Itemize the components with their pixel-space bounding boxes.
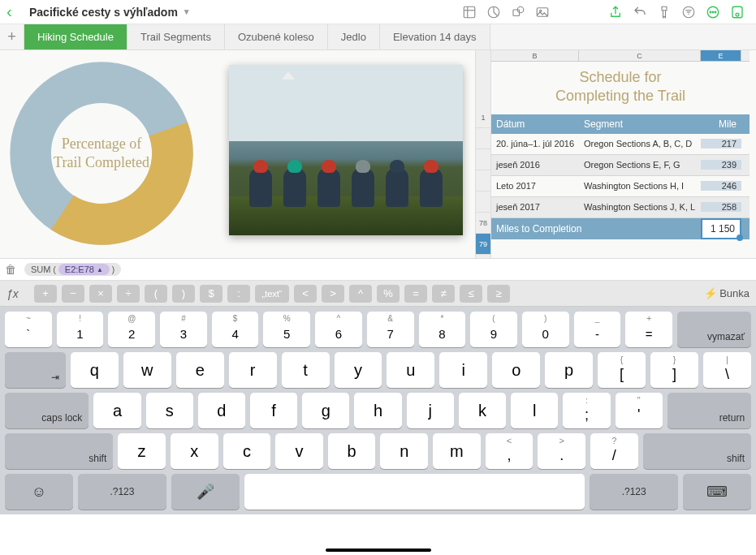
fx-caret[interactable]: ^ xyxy=(349,285,372,303)
cell-date[interactable]: 20. júna–1. júl 2016 xyxy=(491,139,579,148)
key-m[interactable]: m xyxy=(433,433,481,469)
key-comma[interactable]: <, xyxy=(486,433,534,469)
row-num[interactable] xyxy=(476,128,490,149)
table-footer-row[interactable]: Miles to Completion 1 150 xyxy=(491,218,750,239)
key-5[interactable]: %5 xyxy=(263,312,310,347)
add-sheet-button[interactable]: + xyxy=(0,24,24,49)
sheet-tab-jedlo[interactable]: Jedlo xyxy=(328,24,380,49)
key-d[interactable]: d xyxy=(198,393,245,428)
cell-segment[interactable]: Washington Sections H, I xyxy=(579,181,701,191)
key-j[interactable]: j xyxy=(407,393,454,428)
schedule-table[interactable]: B C E Schedule forCompleting the Trail D… xyxy=(491,50,750,239)
sheet-tab-ozubene[interactable]: Ozubené koleso xyxy=(225,24,328,49)
insert-icon[interactable] xyxy=(725,2,750,22)
title-dropdown-icon[interactable]: ▼ xyxy=(183,7,191,16)
fx-lt[interactable]: < xyxy=(294,285,317,303)
cell-segment[interactable]: Oregon Sections E, F, G xyxy=(579,160,701,170)
key-return[interactable]: return xyxy=(667,393,751,428)
format-brush-icon[interactable] xyxy=(652,2,676,22)
fx-eq[interactable]: = xyxy=(404,285,427,303)
key-shift-left[interactable]: shift xyxy=(5,433,113,469)
key-space[interactable] xyxy=(244,474,585,510)
row-num[interactable]: 1 xyxy=(476,107,490,128)
formula-func-pill[interactable]: SUM ( E2:E78 ▲ ) xyxy=(24,263,121,276)
key-b[interactable]: b xyxy=(328,433,376,469)
key-k[interactable]: k xyxy=(459,393,506,428)
undo-icon[interactable] xyxy=(628,2,652,22)
key-=[interactable]: += xyxy=(625,312,672,347)
key--[interactable]: _- xyxy=(574,312,621,347)
row-num[interactable] xyxy=(476,149,490,170)
fx-label[interactable]: ƒx xyxy=(6,287,29,300)
shape-icon[interactable] xyxy=(506,2,530,22)
cell-date[interactable]: jeseň 2017 xyxy=(491,202,579,212)
key-r[interactable]: r xyxy=(229,352,277,388)
key-period[interactable]: >. xyxy=(538,433,585,469)
cell-date[interactable]: Leto 2017 xyxy=(491,181,579,191)
row-num[interactable]: 79 xyxy=(476,234,490,255)
row-num[interactable] xyxy=(476,191,490,213)
key-9[interactable]: (9 xyxy=(470,312,517,347)
cell-mile[interactable]: 217 xyxy=(701,139,741,148)
key-delete[interactable]: vymazať xyxy=(677,312,751,347)
formula-ref-pill[interactable]: E2:E78 ▲ xyxy=(58,264,110,275)
key-f[interactable]: f xyxy=(250,393,297,428)
cell-date[interactable]: jeseň 2016 xyxy=(491,160,579,170)
col-header[interactable]: C xyxy=(579,50,701,61)
filter-icon[interactable] xyxy=(676,2,701,22)
formula-bar[interactable]: 🗑 SUM ( E2:E78 ▲ ) xyxy=(0,258,756,281)
table-row[interactable]: jeseň 2017 Washington Sections J, K, L 2… xyxy=(491,197,750,218)
sheet-tab-segments[interactable]: Trail Segments xyxy=(127,24,225,49)
cell-mile[interactable]: 239 xyxy=(701,160,741,170)
cell-mile[interactable]: 246 xyxy=(701,181,741,191)
fx-gt[interactable]: > xyxy=(322,285,344,303)
key-a[interactable]: a xyxy=(93,393,140,428)
cell-segment[interactable]: Washington Sections J, K, L xyxy=(579,202,701,212)
key-rbracket[interactable]: }] xyxy=(650,352,698,388)
spreadsheet-canvas[interactable]: Percentage of Trail Completed 1 78 79 B … xyxy=(0,50,756,258)
row-header-gutter[interactable]: 1 78 79 xyxy=(475,50,491,258)
trail-photo[interactable] xyxy=(229,65,463,235)
donut-chart[interactable]: Percentage of Trail Completed xyxy=(8,60,211,248)
fx-cell-button[interactable]: ⚡ Bunka xyxy=(704,287,750,299)
fx-pct[interactable]: % xyxy=(377,285,400,303)
chart-icon[interactable] xyxy=(482,2,506,22)
key-h[interactable]: h xyxy=(354,393,401,428)
key-shift-right[interactable]: shift xyxy=(643,433,751,469)
sheet-tab-hiking[interactable]: Hiking Schedule xyxy=(24,24,127,49)
document-title[interactable]: Pacifické cesty s výhľadom xyxy=(29,6,178,19)
row-num[interactable]: 78 xyxy=(476,213,490,234)
key-c[interactable]: c xyxy=(223,433,271,469)
key-s[interactable]: s xyxy=(146,393,193,428)
key-e[interactable]: e xyxy=(176,352,224,388)
home-indicator[interactable] xyxy=(326,549,431,552)
fx-gte[interactable]: ≥ xyxy=(487,285,510,303)
key-6[interactable]: ^6 xyxy=(315,312,362,347)
key-p[interactable]: p xyxy=(545,352,593,388)
key-emoji[interactable]: ☺ xyxy=(5,474,73,510)
key-lbracket[interactable]: {[ xyxy=(598,352,646,388)
key-3[interactable]: #3 xyxy=(160,312,207,347)
selected-cell[interactable]: 1 150 xyxy=(701,218,741,239)
fx-mult[interactable]: × xyxy=(89,285,112,303)
cell-mile[interactable]: 258 xyxy=(701,202,741,212)
fx-text[interactable]: „text“ xyxy=(255,285,289,303)
sheet-tab-elevation[interactable]: Elevation 14 days xyxy=(380,24,490,49)
key-backslash[interactable]: |\ xyxy=(703,352,751,388)
key-1[interactable]: !1 xyxy=(57,312,104,347)
key-2[interactable]: @2 xyxy=(108,312,155,347)
col-header[interactable]: E xyxy=(701,50,741,61)
key-semicolon[interactable]: :; xyxy=(563,393,610,428)
key-g[interactable]: g xyxy=(302,393,349,428)
more-icon[interactable] xyxy=(701,2,725,22)
fx-neq[interactable]: ≠ xyxy=(432,285,455,303)
fx-lparen[interactable]: ( xyxy=(145,285,167,303)
key-q[interactable]: q xyxy=(71,352,119,388)
table-icon[interactable] xyxy=(457,2,482,22)
fx-colon[interactable]: : xyxy=(227,285,250,303)
key-0[interactable]: )0 xyxy=(522,312,569,347)
key-t[interactable]: t xyxy=(282,352,330,388)
key-u[interactable]: u xyxy=(387,352,434,388)
key-7[interactable]: &7 xyxy=(367,312,414,347)
delete-formula-icon[interactable]: 🗑 xyxy=(5,263,21,276)
